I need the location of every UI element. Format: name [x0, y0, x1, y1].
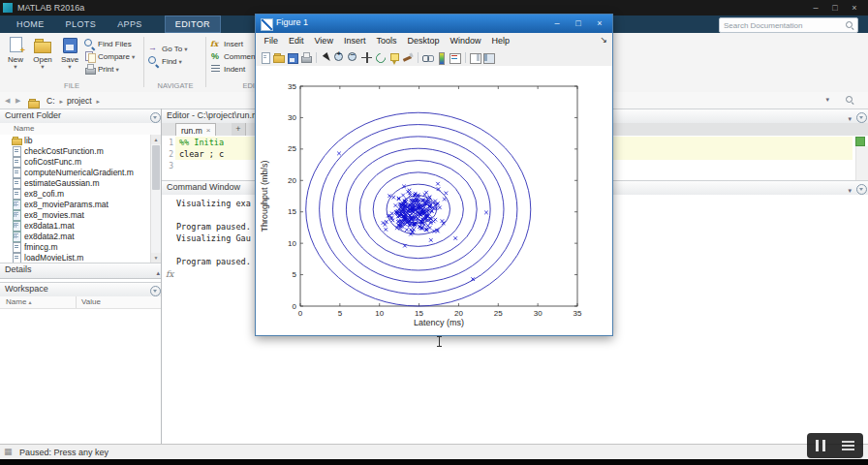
- pathbar-search-icon[interactable]: [845, 95, 854, 105]
- close-button[interactable]: ×: [845, 1, 864, 15]
- forward-button[interactable]: ▶: [16, 92, 20, 108]
- figure-plot[interactable]: 0510152025303505101520253035Latency (ms)…: [256, 66, 610, 335]
- hide-plot-tools-icon[interactable]: [469, 51, 481, 64]
- video-playlist-button[interactable]: [842, 441, 854, 450]
- pathbar-dropdown-icon[interactable]: ▾: [825, 96, 829, 104]
- new-button[interactable]: New ▾: [2, 36, 29, 70]
- find-button[interactable]: Find ▾: [147, 55, 187, 68]
- workspace-name-column[interactable]: Name ▴: [6, 296, 32, 308]
- scrollbar-thumb[interactable]: [152, 145, 160, 190]
- details-header[interactable]: Details ▴: [0, 263, 166, 279]
- estimateGaussian.m[interactable]: estimateGaussian.m: [0, 177, 161, 188]
- collapse-chevron-icon[interactable]: ▴: [156, 266, 160, 279]
- lib[interactable]: lib: [0, 135, 161, 145]
- new-tab-button[interactable]: +: [232, 123, 246, 136]
- editor-scrollbar[interactable]: [855, 146, 868, 180]
- panel-menu-icon[interactable]: [856, 184, 867, 195]
- scroll-up-icon[interactable]: ▲: [151, 135, 161, 144]
- breadcrumb: C:project: [45, 92, 102, 108]
- breadcrumb-item[interactable]: C:: [45, 96, 65, 106]
- maximize-button[interactable]: □: [825, 1, 845, 15]
- panel-menu-icon[interactable]: [150, 112, 161, 123]
- tab-editor[interactable]: EDITOR: [165, 16, 221, 33]
- layout-grid-icon[interactable]: ▦: [4, 447, 13, 456]
- panel-menu-icon[interactable]: [150, 286, 161, 296]
- ex8_movieParams.mat[interactable]: ex8_movieParams.mat: [0, 199, 161, 209]
- insert-colorbar-icon[interactable]: [435, 51, 448, 64]
- column-divider[interactable]: [76, 296, 77, 308]
- documentation-search-input[interactable]: [720, 18, 857, 32]
- dock-figure-icon[interactable]: ↘: [600, 35, 607, 45]
- show-plot-tools-icon[interactable]: [482, 51, 495, 64]
- link-plot-icon[interactable]: [421, 51, 434, 64]
- indent-button[interactable]: Indent: [209, 63, 258, 76]
- tab-plots[interactable]: PLOTS: [55, 16, 108, 33]
- svg-text:Throughput (mb/s): Throughput (mb/s): [260, 160, 269, 232]
- file-name: computeNumericalGradient.m: [24, 168, 134, 177]
- rotate-3d-icon[interactable]: [374, 51, 387, 64]
- save-figure-icon[interactable]: [286, 51, 298, 64]
- compare-button[interactable]: Compare ▾: [83, 50, 135, 63]
- computeNumericalGradient.m[interactable]: computeNumericalGradient.m: [0, 167, 161, 177]
- data-cursor-icon[interactable]: [388, 51, 400, 64]
- figure-menu-edit[interactable]: Edit: [284, 36, 310, 46]
- print-figure-icon[interactable]: [299, 51, 312, 64]
- cofiCostFunc.m[interactable]: cofiCostFunc.m: [0, 156, 161, 167]
- workspace-value-column[interactable]: Value: [81, 296, 101, 308]
- insert-button[interactable]: Insert: [209, 38, 258, 50]
- pan-icon[interactable]: [360, 51, 373, 64]
- figure-menu-file[interactable]: File: [259, 36, 284, 46]
- file-icon: [12, 232, 21, 241]
- search-icon: [845, 20, 854, 30]
- svg-text:30: 30: [288, 113, 296, 122]
- ex8_cofi.m[interactable]: ex8_cofi.m: [0, 188, 161, 199]
- figure-title-bar[interactable]: Figure 1 – □ ×: [256, 15, 612, 33]
- documentation-search[interactable]: [719, 17, 858, 33]
- tab-apps[interactable]: APPS: [107, 16, 153, 33]
- fmincg.m[interactable]: fmincg.m: [0, 241, 161, 252]
- file-list: lib checkCostFunction.m cofiCostFunc.m c…: [0, 135, 161, 263]
- breadcrumb-item[interactable]: project: [65, 96, 102, 106]
- file-list-scrollbar[interactable]: ▲ ▼: [150, 135, 161, 263]
- save-button[interactable]: Save ▾: [56, 36, 83, 70]
- svg-text:10: 10: [288, 239, 296, 248]
- checkCostFunction.m[interactable]: checkCostFunction.m: [0, 145, 161, 156]
- close-tab-icon[interactable]: ×: [206, 127, 211, 135]
- brush-data-icon[interactable]: [401, 51, 414, 64]
- figure-menu-window[interactable]: Window: [445, 36, 486, 46]
- code-analyzer-indicator[interactable]: [855, 137, 865, 146]
- open-button[interactable]: Open ▾: [29, 36, 56, 70]
- figure-menu-help[interactable]: Help: [486, 36, 515, 46]
- scroll-down-icon[interactable]: ▼: [151, 253, 161, 263]
- figure-menu-tools[interactable]: Tools: [371, 36, 402, 46]
- insert-legend-icon[interactable]: [449, 51, 461, 64]
- video-pause-button[interactable]: [816, 440, 825, 451]
- go-to-button[interactable]: Go To ▾: [147, 43, 187, 55]
- figure-menu-view[interactable]: View: [309, 36, 338, 46]
- comment-button[interactable]: Comment: [209, 50, 258, 63]
- minimize-button[interactable]: –: [806, 1, 825, 15]
- ex8data2.mat[interactable]: ex8data2.mat: [0, 231, 161, 241]
- figure-maximize-button[interactable]: □: [568, 16, 589, 31]
- ex8data1.mat[interactable]: ex8data1.mat: [0, 220, 161, 231]
- new-figure-icon[interactable]: [259, 51, 271, 64]
- zoom-out-icon[interactable]: [347, 51, 359, 64]
- ex8_movies.mat[interactable]: ex8_movies.mat: [0, 209, 161, 220]
- panel-menu-icon[interactable]: [856, 112, 867, 123]
- browse-folder-icon[interactable]: [27, 97, 39, 108]
- edit-plot-icon[interactable]: [320, 51, 332, 64]
- figure-minimize-button[interactable]: –: [546, 16, 568, 31]
- tab-home[interactable]: HOME: [6, 16, 55, 33]
- figure-close-button[interactable]: ×: [589, 16, 610, 31]
- figure-window[interactable]: Figure 1 – □ × FileEditViewInsertToolsDe…: [255, 14, 613, 336]
- editor-tab-runm[interactable]: run.m ×: [175, 123, 216, 137]
- loadMovieList.m[interactable]: loadMovieList.m: [0, 252, 161, 263]
- find-files-button[interactable]: Find Files: [83, 38, 135, 50]
- open-file-icon[interactable]: [272, 51, 285, 64]
- back-button[interactable]: ◀: [5, 92, 10, 108]
- print-button[interactable]: Print ▾: [83, 63, 135, 76]
- workspace-columns: Name ▴ Value: [0, 296, 161, 309]
- figure-menu-insert[interactable]: Insert: [338, 36, 371, 46]
- zoom-in-icon[interactable]: [333, 51, 346, 64]
- figure-menu-desktop[interactable]: Desktop: [402, 36, 445, 46]
